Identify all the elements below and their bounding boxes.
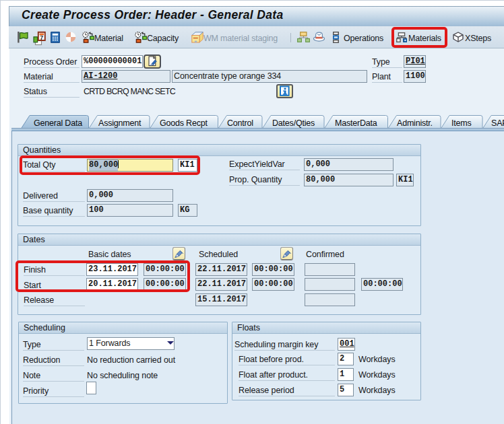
- svg-text:7: 7: [40, 34, 43, 41]
